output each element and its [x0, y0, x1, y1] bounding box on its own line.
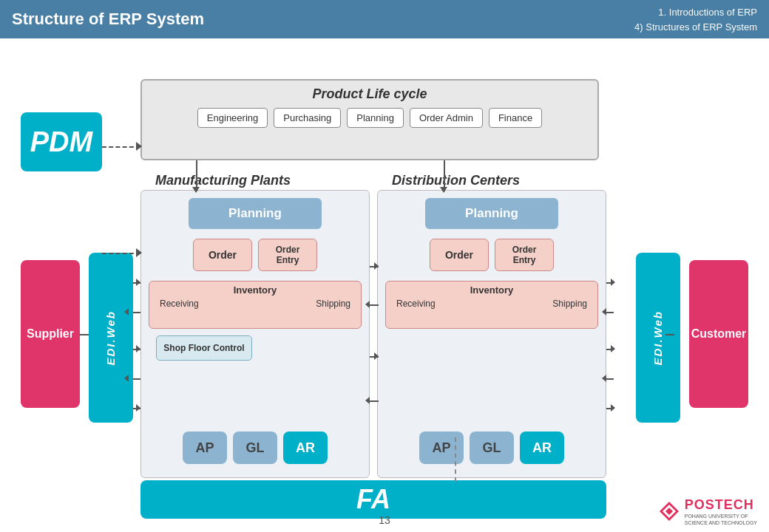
- pdm-plc-arrowhead: [136, 142, 142, 151]
- dist-planning-box: Planning: [425, 198, 558, 229]
- edi-mfg-line4: [133, 378, 140, 380]
- mfg-ar-box: AR: [283, 432, 328, 464]
- dist-ap-box: AP: [419, 432, 464, 464]
- main-content: PDM Supplier Customer EDI.Web EDI.Web Pr…: [0, 38, 769, 532]
- mfg-ar-label: AR: [296, 440, 315, 456]
- dist-order-row: Order Order Entry: [385, 236, 598, 273]
- mfg-dist-line2: [370, 304, 379, 306]
- edi-dist-arr1: [611, 279, 615, 286]
- dist-fa-dashed: [455, 437, 456, 482]
- supplier-edi-line: [80, 334, 89, 335]
- mfg-ap-box: AP: [183, 432, 227, 464]
- page-number: 13: [379, 514, 390, 526]
- mfg-dist-arr4: [365, 397, 370, 404]
- edi-mfg-arr5: [136, 404, 140, 412]
- plc-btn-engineering[interactable]: Engineering: [197, 108, 268, 128]
- dist-ar-box: AR: [520, 432, 564, 464]
- mfg-dist-line4: [370, 400, 379, 402]
- customer-box: Customer: [689, 260, 748, 408]
- supplier-label: Supplier: [27, 327, 74, 341]
- mfg-receiving-label: Receiving: [160, 299, 199, 309]
- manufacturing-plants-label: Manufacturing Plants: [155, 173, 291, 188]
- customer-edi-line: [665, 334, 674, 335]
- mfg-planning-box: Planning: [189, 198, 322, 229]
- pdm-label: PDM: [30, 126, 92, 158]
- mfg-apglar-row: AP GL AR: [149, 432, 362, 464]
- edi-dist-arr3: [611, 345, 615, 352]
- distribution-container: Planning Order Order Entry Inventory Rec…: [377, 190, 606, 478]
- edi-dist-line4: [606, 378, 614, 380]
- plc-mfg-arrow: [192, 187, 200, 193]
- intro-line2: 4) Structures of ERP System: [634, 19, 757, 34]
- pdm-to-plc-arrow: [102, 146, 140, 148]
- mfg-order-row: Order Order Entry: [149, 236, 362, 273]
- plc-buttons: Engineering Purchasing Planning Order Ad…: [151, 108, 589, 128]
- dist-inventory-sub: Receiving Shipping: [390, 299, 593, 309]
- dist-order-entry-box: Order Entry: [495, 239, 554, 271]
- dist-shipping-label: Shipping: [552, 299, 587, 309]
- dist-apglar-row: AP GL AR: [385, 432, 598, 464]
- mfg-dist-arr3: [374, 352, 379, 360]
- dist-receiving-label: Receiving: [396, 299, 436, 309]
- mfg-shipping-label: Shipping: [316, 299, 350, 309]
- postech-logo: POSTECH POHANG UNIVERSITY OFSCIENCE AND …: [658, 497, 757, 526]
- plc-btn-finance[interactable]: Finance: [489, 108, 542, 128]
- intro-line1: 1. Introductions of ERP: [634, 5, 757, 20]
- edi-mfg-line2: [133, 312, 140, 313]
- fa-box: FA: [140, 480, 606, 519]
- edi-dist-arr4: [602, 375, 606, 382]
- header-subtitle: 1. Introductions of ERP 4) Structures of…: [634, 5, 757, 34]
- edi-mfg-arr4: [124, 375, 129, 382]
- mfg-order-entry-line1: Order: [276, 245, 300, 255]
- dist-order-box: Order: [430, 239, 489, 271]
- customer-label: Customer: [691, 327, 747, 341]
- dist-gl-box: GL: [470, 432, 514, 464]
- edi-dist-line2: [606, 312, 614, 313]
- edi-mfg-arr3: [136, 345, 140, 352]
- edi-web-right: EDI.Web: [636, 253, 680, 423]
- mfg-ap-label: AP: [195, 440, 214, 456]
- product-lifecycle-box: Product Life cycle Engineering Purchasin…: [140, 79, 599, 160]
- edi-mfg-arr1: [136, 279, 140, 286]
- shop-floor-label: Shop Floor Control: [163, 343, 244, 353]
- mfg-inventory-sub: Receiving Shipping: [154, 299, 356, 309]
- plc-dist-arrow: [440, 187, 447, 193]
- mfg-order-entry-line2: Entry: [277, 255, 299, 265]
- mfg-gl-label: GL: [246, 440, 265, 456]
- mfg-inventory-label: Inventory: [154, 284, 356, 296]
- mfg-dist-arr1: [374, 262, 379, 270]
- mfg-gl-box: GL: [233, 432, 277, 464]
- mfg-order-label: Order: [209, 249, 237, 261]
- supplier-box: Supplier: [21, 260, 80, 408]
- postech-subtitle: POHANG UNIVERSITY OFSCIENCE AND TECHNOLO…: [685, 513, 757, 526]
- page-title: Structure of ERP System: [12, 10, 204, 29]
- dist-ap-label: AP: [432, 440, 450, 456]
- dist-order-label: Order: [445, 249, 473, 261]
- mfg-order-box: Order: [193, 239, 252, 271]
- edi-left-label: EDI.Web: [104, 310, 118, 366]
- fa-label: FA: [356, 484, 390, 515]
- pdm-mfg-line: [102, 253, 140, 254]
- dist-order-entry-line2: Entry: [513, 255, 536, 265]
- plc-btn-planning[interactable]: Planning: [347, 108, 404, 128]
- plc-btn-order-admin[interactable]: Order Admin: [410, 108, 483, 128]
- dist-gl-label: GL: [483, 440, 501, 456]
- plc-btn-purchasing[interactable]: Purchasing: [274, 108, 341, 128]
- edi-right-label: EDI.Web: [651, 310, 665, 366]
- distribution-centers-label: Distribution Centers: [392, 173, 520, 188]
- mfg-inventory-section: Inventory Receiving Shipping: [149, 281, 362, 329]
- dist-order-entry-line1: Order: [512, 245, 537, 255]
- manufacturing-container: Planning Order Order Entry Inventory Rec…: [140, 190, 370, 478]
- mfg-planning-label: Planning: [228, 206, 282, 221]
- dist-inventory-section: Inventory Receiving Shipping: [385, 281, 598, 329]
- edi-mfg-arr2: [124, 308, 129, 316]
- pdm-box: PDM: [21, 112, 102, 171]
- dist-planning-label: Planning: [465, 206, 518, 221]
- header: Structure of ERP System 1. Introductions…: [0, 0, 769, 38]
- plc-title: Product Life cycle: [151, 86, 589, 102]
- edi-dist-arr5: [611, 404, 615, 412]
- dist-inventory-label: Inventory: [390, 284, 593, 296]
- edi-dist-arr2: [602, 308, 606, 316]
- dist-ar-label: AR: [532, 440, 552, 456]
- mfg-order-entry-box: Order Entry: [258, 239, 317, 271]
